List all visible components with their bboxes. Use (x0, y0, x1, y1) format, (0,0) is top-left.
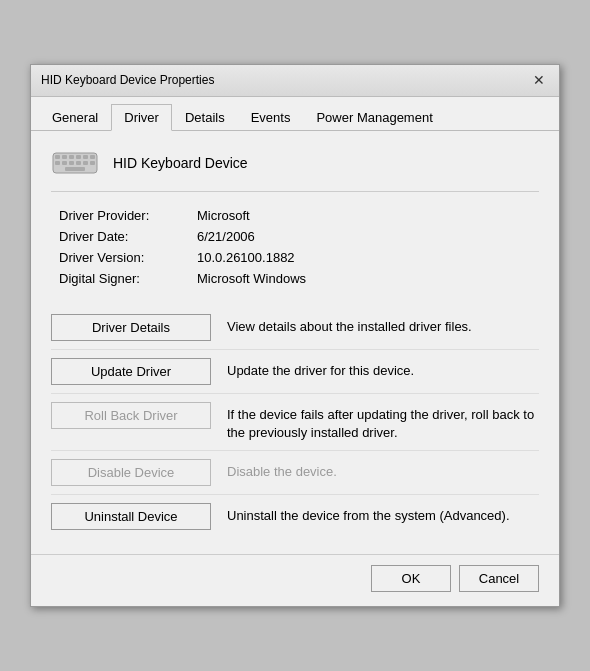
svg-rect-9 (69, 161, 74, 165)
svg-rect-7 (55, 161, 60, 165)
tab-power-management[interactable]: Power Management (303, 104, 445, 131)
dialog-footer: OK Cancel (31, 554, 559, 606)
ok-button[interactable]: OK (371, 565, 451, 592)
tab-content: HID Keyboard Device Driver Provider: Mic… (31, 131, 559, 554)
driver-details-desc: View details about the installed driver … (227, 314, 539, 336)
cancel-button[interactable]: Cancel (459, 565, 539, 592)
version-label: Driver Version: (59, 250, 189, 265)
svg-rect-5 (83, 155, 88, 159)
action-row-disable-device: Disable Device Disable the device. (51, 450, 539, 494)
close-button[interactable]: ✕ (529, 70, 549, 90)
update-driver-button[interactable]: Update Driver (51, 358, 211, 385)
roll-back-driver-button[interactable]: Roll Back Driver (51, 402, 211, 429)
driver-info-grid: Driver Provider: Microsoft Driver Date: … (51, 208, 539, 286)
svg-rect-1 (55, 155, 60, 159)
action-row-roll-back-driver: Roll Back Driver If the device fails aft… (51, 393, 539, 450)
device-header: HID Keyboard Device (51, 147, 539, 192)
device-icon (51, 147, 99, 179)
date-label: Driver Date: (59, 229, 189, 244)
action-row-uninstall-device: Uninstall Device Uninstall the device fr… (51, 494, 539, 538)
uninstall-device-button[interactable]: Uninstall Device (51, 503, 211, 530)
svg-rect-12 (90, 161, 95, 165)
tab-details[interactable]: Details (172, 104, 238, 131)
version-value: 10.0.26100.1882 (197, 250, 539, 265)
provider-value: Microsoft (197, 208, 539, 223)
device-name-label: HID Keyboard Device (113, 155, 248, 171)
action-row-driver-details: Driver Details View details about the in… (51, 306, 539, 349)
tab-bar: General Driver Details Events Power Mana… (31, 97, 559, 131)
svg-rect-4 (76, 155, 81, 159)
signer-label: Digital Signer: (59, 271, 189, 286)
svg-rect-11 (83, 161, 88, 165)
date-value: 6/21/2006 (197, 229, 539, 244)
svg-rect-6 (90, 155, 95, 159)
svg-rect-13 (65, 167, 85, 171)
tab-events[interactable]: Events (238, 104, 304, 131)
driver-actions: Driver Details View details about the in… (51, 306, 539, 538)
keyboard-icon-svg (51, 149, 99, 177)
signer-value: Microsoft Windows (197, 271, 539, 286)
driver-details-button[interactable]: Driver Details (51, 314, 211, 341)
svg-rect-8 (62, 161, 67, 165)
svg-rect-3 (69, 155, 74, 159)
action-row-update-driver: Update Driver Update the driver for this… (51, 349, 539, 393)
provider-label: Driver Provider: (59, 208, 189, 223)
update-driver-desc: Update the driver for this device. (227, 358, 539, 380)
disable-device-desc: Disable the device. (227, 459, 539, 481)
title-bar: HID Keyboard Device Properties ✕ (31, 65, 559, 97)
tab-general[interactable]: General (39, 104, 111, 131)
svg-rect-10 (76, 161, 81, 165)
dialog-window: HID Keyboard Device Properties ✕ General… (30, 64, 560, 607)
tab-driver[interactable]: Driver (111, 104, 172, 131)
svg-rect-2 (62, 155, 67, 159)
roll-back-driver-desc: If the device fails after updating the d… (227, 402, 539, 442)
uninstall-device-desc: Uninstall the device from the system (Ad… (227, 503, 539, 525)
dialog-title: HID Keyboard Device Properties (41, 73, 214, 87)
disable-device-button[interactable]: Disable Device (51, 459, 211, 486)
